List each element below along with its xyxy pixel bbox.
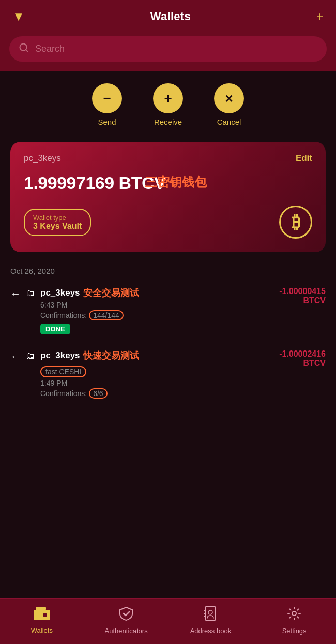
tx-amount-1: -1.00000415 BTCV	[279, 287, 326, 305]
tx-confirmations-value-2: 6/6	[89, 388, 107, 399]
wallet-card-header: pc_3keys Edit	[24, 153, 312, 164]
tx-left-2: ← 🗂 pc_3keys 快速交易测试 fast CESHI 1:49 PM C…	[10, 349, 274, 399]
wallet-card[interactable]: pc_3keys Edit 1.99997169 BTCV Wallet typ…	[10, 142, 326, 252]
nav-item-settings[interactable]: Settings	[273, 606, 315, 635]
tx-wallet-icon-1: 🗂	[26, 288, 35, 299]
tx-direction-icon-2: ←	[10, 350, 21, 362]
tx-amount-currency-2: BTCV	[279, 359, 326, 368]
search-bar	[0, 31, 336, 71]
wallet-footer: Wallet type 3 Keys Vault ₿	[24, 206, 312, 239]
add-icon[interactable]: +	[316, 9, 324, 24]
tx-wallet-name-1: pc_3keys	[40, 288, 80, 298]
wallet-edit-button[interactable]: Edit	[296, 153, 312, 164]
header-title: Wallets	[150, 10, 191, 23]
tx-confirmations-2: Confirmations: 6/6	[40, 388, 274, 399]
tx-left-1: ← 🗂 pc_3keys 安全交易测试 6:43 PM Confirmation…	[10, 287, 274, 334]
receive-label: Receive	[154, 118, 182, 126]
tx-wallet-name-2: pc_3keys	[40, 350, 80, 361]
tx-direction-icon-1: ←	[10, 288, 21, 300]
nav-label-wallets: Wallets	[31, 626, 53, 634]
wallet-type-label: Wallet type	[33, 214, 82, 222]
wallet-type-box: Wallet type 3 Keys Vault	[24, 209, 91, 236]
wallet-type-value: 3 Keys Vault	[33, 222, 82, 231]
receive-button[interactable]: +	[153, 83, 183, 113]
send-action[interactable]: − Send	[92, 83, 122, 126]
tx-done-badge-1: DONE	[40, 324, 70, 334]
nav-label-address-book: Address book	[190, 627, 232, 635]
authenticators-icon	[119, 606, 133, 624]
search-input[interactable]	[35, 43, 317, 54]
tx-amount-currency-1: BTCV	[279, 296, 326, 305]
wallets-icon	[34, 607, 50, 624]
cancel-button[interactable]: ×	[214, 83, 244, 113]
tx-annotation-2: 快速交易测试	[83, 349, 139, 362]
settings-icon	[287, 606, 301, 624]
filter-icon[interactable]: ▼	[12, 9, 25, 24]
svg-point-9	[208, 610, 212, 614]
address-book-icon	[204, 606, 217, 624]
btc-logo: ₿	[279, 206, 312, 239]
nav-item-authenticators[interactable]: Authenticators	[105, 606, 148, 635]
svg-rect-2	[34, 610, 50, 620]
send-label: Send	[98, 118, 116, 126]
tx-time-1: 6:43 PM	[40, 301, 274, 309]
wallet-card-section: pc_3keys Edit 1.99997169 BTCV Wallet typ…	[0, 131, 336, 257]
cancel-action[interactable]: × Cancel	[214, 83, 244, 126]
search-icon	[19, 42, 29, 55]
tx-amount-2: -1.00002416 BTCV	[279, 349, 326, 368]
wallet-name: pc_3keys	[24, 153, 61, 164]
nav-label-authenticators: Authenticators	[105, 627, 148, 635]
bottom-nav: Wallets Authenticators Address book	[0, 598, 336, 644]
tx-confirmations-value-1: 144/144	[89, 310, 124, 320]
svg-rect-3	[36, 607, 46, 610]
wallet-balance: 1.99997169 BTCV	[24, 173, 312, 193]
tx-amount-value-1: -1.00000415	[279, 287, 326, 296]
transaction-item-2[interactable]: ← 🗂 pc_3keys 快速交易测试 fast CESHI 1:49 PM C…	[0, 342, 336, 406]
tx-info-2: pc_3keys 快速交易测试 fast CESHI 1:49 PM Confi…	[40, 349, 274, 399]
transaction-item-1[interactable]: ← 🗂 pc_3keys 安全交易测试 6:43 PM Confirmation…	[0, 280, 336, 342]
tx-confirmations-1: Confirmations: 144/144	[40, 310, 274, 320]
nav-item-wallets[interactable]: Wallets	[21, 607, 63, 634]
svg-rect-5	[205, 607, 216, 620]
tx-amount-value-2: -1.00002416	[279, 349, 326, 358]
send-button[interactable]: −	[92, 83, 122, 113]
cancel-label: Cancel	[217, 118, 241, 126]
tx-info-1: pc_3keys 安全交易测试 6:43 PM Confirmations: 1…	[40, 287, 274, 334]
search-inner[interactable]	[9, 36, 327, 62]
svg-point-10	[292, 611, 296, 616]
nav-item-address-book[interactable]: Address book	[190, 606, 231, 635]
date-separator: Oct 26, 2020	[0, 257, 336, 280]
svg-line-1	[26, 50, 28, 52]
nav-label-settings: Settings	[282, 627, 307, 635]
svg-rect-4	[43, 613, 47, 617]
action-row: − Send + Receive × Cancel	[0, 71, 336, 131]
receive-action[interactable]: + Receive	[153, 83, 183, 126]
tx-time-2: 1:49 PM	[40, 379, 274, 387]
tx-wallet-icon-2: 🗂	[26, 350, 35, 361]
tx-annotation-1: 安全交易测试	[83, 287, 139, 299]
header: ▼ Wallets +	[0, 0, 336, 31]
tx-fast-badge-2: fast CESHI	[40, 366, 86, 377]
